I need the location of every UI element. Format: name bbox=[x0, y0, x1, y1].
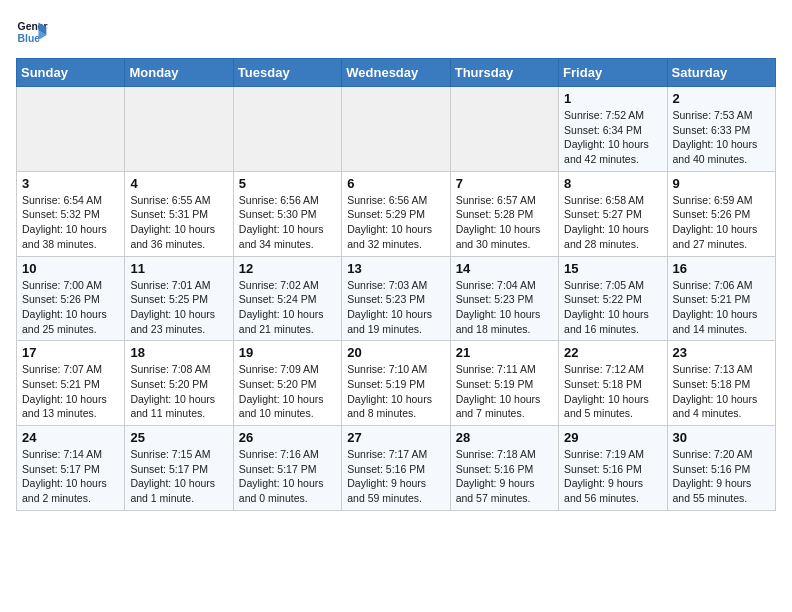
day-info: Sunrise: 6:59 AM Sunset: 5:26 PM Dayligh… bbox=[673, 193, 770, 252]
day-info: Sunrise: 7:02 AM Sunset: 5:24 PM Dayligh… bbox=[239, 278, 336, 337]
calendar-cell: 5Sunrise: 6:56 AM Sunset: 5:30 PM Daylig… bbox=[233, 171, 341, 256]
day-number: 8 bbox=[564, 176, 661, 191]
calendar-week-3: 10Sunrise: 7:00 AM Sunset: 5:26 PM Dayli… bbox=[17, 256, 776, 341]
calendar-week-4: 17Sunrise: 7:07 AM Sunset: 5:21 PM Dayli… bbox=[17, 341, 776, 426]
calendar-cell: 16Sunrise: 7:06 AM Sunset: 5:21 PM Dayli… bbox=[667, 256, 775, 341]
day-number: 14 bbox=[456, 261, 553, 276]
day-info: Sunrise: 7:12 AM Sunset: 5:18 PM Dayligh… bbox=[564, 362, 661, 421]
day-number: 12 bbox=[239, 261, 336, 276]
day-number: 11 bbox=[130, 261, 227, 276]
calendar-cell: 17Sunrise: 7:07 AM Sunset: 5:21 PM Dayli… bbox=[17, 341, 125, 426]
day-info: Sunrise: 7:09 AM Sunset: 5:20 PM Dayligh… bbox=[239, 362, 336, 421]
day-number: 23 bbox=[673, 345, 770, 360]
day-info: Sunrise: 7:16 AM Sunset: 5:17 PM Dayligh… bbox=[239, 447, 336, 506]
calendar-week-1: 1Sunrise: 7:52 AM Sunset: 6:34 PM Daylig… bbox=[17, 87, 776, 172]
day-number: 9 bbox=[673, 176, 770, 191]
day-info: Sunrise: 7:04 AM Sunset: 5:23 PM Dayligh… bbox=[456, 278, 553, 337]
header-wednesday: Wednesday bbox=[342, 59, 450, 87]
day-info: Sunrise: 7:20 AM Sunset: 5:16 PM Dayligh… bbox=[673, 447, 770, 506]
calendar-cell: 29Sunrise: 7:19 AM Sunset: 5:16 PM Dayli… bbox=[559, 426, 667, 511]
calendar-cell: 8Sunrise: 6:58 AM Sunset: 5:27 PM Daylig… bbox=[559, 171, 667, 256]
day-number: 19 bbox=[239, 345, 336, 360]
logo: General Blue bbox=[16, 16, 48, 48]
svg-text:Blue: Blue bbox=[18, 33, 41, 44]
calendar-cell bbox=[17, 87, 125, 172]
day-number: 7 bbox=[456, 176, 553, 191]
header-thursday: Thursday bbox=[450, 59, 558, 87]
day-number: 16 bbox=[673, 261, 770, 276]
header-monday: Monday bbox=[125, 59, 233, 87]
calendar-cell: 20Sunrise: 7:10 AM Sunset: 5:19 PM Dayli… bbox=[342, 341, 450, 426]
day-number: 24 bbox=[22, 430, 119, 445]
header-tuesday: Tuesday bbox=[233, 59, 341, 87]
day-number: 15 bbox=[564, 261, 661, 276]
calendar-cell: 13Sunrise: 7:03 AM Sunset: 5:23 PM Dayli… bbox=[342, 256, 450, 341]
day-number: 26 bbox=[239, 430, 336, 445]
day-info: Sunrise: 7:52 AM Sunset: 6:34 PM Dayligh… bbox=[564, 108, 661, 167]
day-number: 2 bbox=[673, 91, 770, 106]
day-number: 29 bbox=[564, 430, 661, 445]
header-friday: Friday bbox=[559, 59, 667, 87]
calendar-cell: 7Sunrise: 6:57 AM Sunset: 5:28 PM Daylig… bbox=[450, 171, 558, 256]
day-info: Sunrise: 6:54 AM Sunset: 5:32 PM Dayligh… bbox=[22, 193, 119, 252]
calendar-cell: 15Sunrise: 7:05 AM Sunset: 5:22 PM Dayli… bbox=[559, 256, 667, 341]
day-number: 3 bbox=[22, 176, 119, 191]
day-number: 10 bbox=[22, 261, 119, 276]
calendar-cell: 24Sunrise: 7:14 AM Sunset: 5:17 PM Dayli… bbox=[17, 426, 125, 511]
day-info: Sunrise: 7:01 AM Sunset: 5:25 PM Dayligh… bbox=[130, 278, 227, 337]
day-info: Sunrise: 7:06 AM Sunset: 5:21 PM Dayligh… bbox=[673, 278, 770, 337]
day-info: Sunrise: 7:17 AM Sunset: 5:16 PM Dayligh… bbox=[347, 447, 444, 506]
calendar-cell: 1Sunrise: 7:52 AM Sunset: 6:34 PM Daylig… bbox=[559, 87, 667, 172]
day-info: Sunrise: 7:14 AM Sunset: 5:17 PM Dayligh… bbox=[22, 447, 119, 506]
calendar-cell: 18Sunrise: 7:08 AM Sunset: 5:20 PM Dayli… bbox=[125, 341, 233, 426]
day-number: 1 bbox=[564, 91, 661, 106]
calendar-cell bbox=[125, 87, 233, 172]
day-info: Sunrise: 7:11 AM Sunset: 5:19 PM Dayligh… bbox=[456, 362, 553, 421]
calendar-cell: 2Sunrise: 7:53 AM Sunset: 6:33 PM Daylig… bbox=[667, 87, 775, 172]
day-number: 28 bbox=[456, 430, 553, 445]
day-number: 30 bbox=[673, 430, 770, 445]
day-number: 13 bbox=[347, 261, 444, 276]
day-number: 22 bbox=[564, 345, 661, 360]
calendar-cell: 10Sunrise: 7:00 AM Sunset: 5:26 PM Dayli… bbox=[17, 256, 125, 341]
day-info: Sunrise: 7:08 AM Sunset: 5:20 PM Dayligh… bbox=[130, 362, 227, 421]
calendar-cell: 21Sunrise: 7:11 AM Sunset: 5:19 PM Dayli… bbox=[450, 341, 558, 426]
day-info: Sunrise: 7:13 AM Sunset: 5:18 PM Dayligh… bbox=[673, 362, 770, 421]
day-info: Sunrise: 7:10 AM Sunset: 5:19 PM Dayligh… bbox=[347, 362, 444, 421]
calendar-cell: 23Sunrise: 7:13 AM Sunset: 5:18 PM Dayli… bbox=[667, 341, 775, 426]
calendar-week-2: 3Sunrise: 6:54 AM Sunset: 5:32 PM Daylig… bbox=[17, 171, 776, 256]
day-info: Sunrise: 7:53 AM Sunset: 6:33 PM Dayligh… bbox=[673, 108, 770, 167]
day-info: Sunrise: 6:55 AM Sunset: 5:31 PM Dayligh… bbox=[130, 193, 227, 252]
calendar-cell: 14Sunrise: 7:04 AM Sunset: 5:23 PM Dayli… bbox=[450, 256, 558, 341]
day-number: 18 bbox=[130, 345, 227, 360]
day-number: 21 bbox=[456, 345, 553, 360]
calendar-cell: 9Sunrise: 6:59 AM Sunset: 5:26 PM Daylig… bbox=[667, 171, 775, 256]
day-info: Sunrise: 7:05 AM Sunset: 5:22 PM Dayligh… bbox=[564, 278, 661, 337]
day-info: Sunrise: 6:56 AM Sunset: 5:29 PM Dayligh… bbox=[347, 193, 444, 252]
calendar-cell: 6Sunrise: 6:56 AM Sunset: 5:29 PM Daylig… bbox=[342, 171, 450, 256]
day-info: Sunrise: 7:00 AM Sunset: 5:26 PM Dayligh… bbox=[22, 278, 119, 337]
calendar-cell: 30Sunrise: 7:20 AM Sunset: 5:16 PM Dayli… bbox=[667, 426, 775, 511]
day-info: Sunrise: 7:18 AM Sunset: 5:16 PM Dayligh… bbox=[456, 447, 553, 506]
day-info: Sunrise: 6:56 AM Sunset: 5:30 PM Dayligh… bbox=[239, 193, 336, 252]
calendar-header-row: SundayMondayTuesdayWednesdayThursdayFrid… bbox=[17, 59, 776, 87]
day-number: 27 bbox=[347, 430, 444, 445]
calendar-cell: 26Sunrise: 7:16 AM Sunset: 5:17 PM Dayli… bbox=[233, 426, 341, 511]
day-info: Sunrise: 6:58 AM Sunset: 5:27 PM Dayligh… bbox=[564, 193, 661, 252]
calendar-cell: 27Sunrise: 7:17 AM Sunset: 5:16 PM Dayli… bbox=[342, 426, 450, 511]
calendar-cell: 28Sunrise: 7:18 AM Sunset: 5:16 PM Dayli… bbox=[450, 426, 558, 511]
day-info: Sunrise: 7:19 AM Sunset: 5:16 PM Dayligh… bbox=[564, 447, 661, 506]
calendar-cell: 4Sunrise: 6:55 AM Sunset: 5:31 PM Daylig… bbox=[125, 171, 233, 256]
day-info: Sunrise: 7:03 AM Sunset: 5:23 PM Dayligh… bbox=[347, 278, 444, 337]
day-info: Sunrise: 7:07 AM Sunset: 5:21 PM Dayligh… bbox=[22, 362, 119, 421]
day-number: 5 bbox=[239, 176, 336, 191]
day-info: Sunrise: 7:15 AM Sunset: 5:17 PM Dayligh… bbox=[130, 447, 227, 506]
calendar-cell bbox=[450, 87, 558, 172]
day-number: 4 bbox=[130, 176, 227, 191]
day-info: Sunrise: 6:57 AM Sunset: 5:28 PM Dayligh… bbox=[456, 193, 553, 252]
day-number: 25 bbox=[130, 430, 227, 445]
calendar-cell: 3Sunrise: 6:54 AM Sunset: 5:32 PM Daylig… bbox=[17, 171, 125, 256]
header: General Blue bbox=[16, 16, 776, 48]
calendar-cell bbox=[233, 87, 341, 172]
calendar: SundayMondayTuesdayWednesdayThursdayFrid… bbox=[16, 58, 776, 511]
